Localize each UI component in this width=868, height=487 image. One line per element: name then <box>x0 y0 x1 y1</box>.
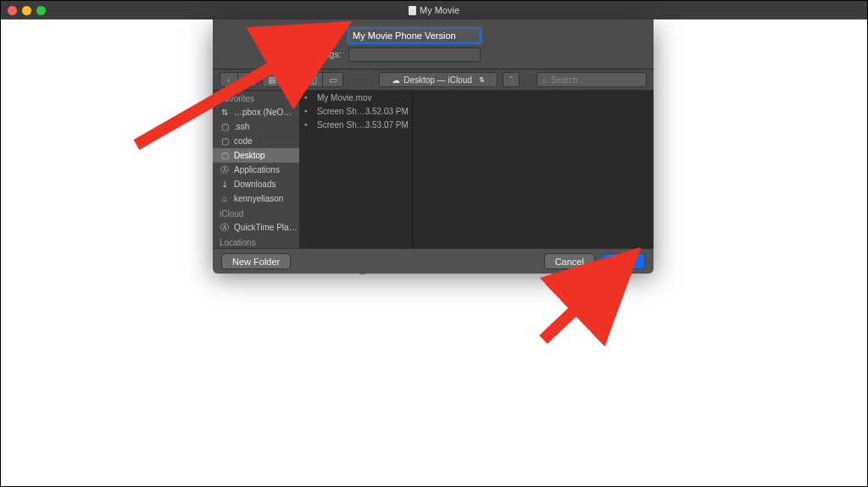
sidebar-item-label: Applications <box>234 165 280 174</box>
titlebar: My Movie <box>1 1 867 19</box>
view-mode-segment: ▦ ≡ ◫ ▭ <box>262 72 343 87</box>
file-icon: ▪ <box>304 93 313 102</box>
browser-toolbar: ‹ › ▦ ≡ ◫ ▭ ☁ Desktop — iCloud ⇅ ˄ ⌕ Sea… <box>213 69 654 91</box>
sidebar-item[interactable]: ▢.ssh <box>213 119 299 134</box>
chevron-updown-icon: ⇅ <box>479 76 485 84</box>
tags-label: Tags: <box>223 49 348 59</box>
window-title: My Movie <box>1 5 867 15</box>
file-row[interactable]: ▪Screen Sh…3.53.07 PM☁ <box>299 118 412 131</box>
search-placeholder: Search <box>551 75 578 85</box>
sidebar-item-label: Desktop <box>234 151 265 160</box>
sidebar-item[interactable]: ⤓Downloads <box>213 177 299 191</box>
forward-button[interactable]: › <box>238 72 257 87</box>
file-row[interactable]: ▪Screen Sh…3.52.03 PM <box>299 104 412 118</box>
file-row[interactable]: ▪My Movie.mov <box>299 91 412 104</box>
list-view-button[interactable]: ≡ <box>282 72 303 87</box>
app-window: My Movie doing incredible thing Export A… <box>0 0 868 487</box>
form-area: Export As: Tags: <box>213 19 654 69</box>
document-icon <box>409 6 416 15</box>
export-as-input[interactable] <box>348 28 481 43</box>
location-popup[interactable]: ☁ Desktop — iCloud ⇅ <box>379 72 498 87</box>
sidebar-item[interactable]: ⇅…pbox (NeO… <box>213 105 299 119</box>
folder-icon: Ⓐ <box>220 222 230 234</box>
sidebar-item[interactable]: ⒶQuickTime Pla… <box>213 220 299 235</box>
file-browser: Favorites⇅…pbox (NeO…▢.ssh▢code▢DesktopⒶ… <box>213 91 654 248</box>
file-icon: ▪ <box>304 120 313 129</box>
gallery-view-button[interactable]: ▭ <box>323 72 343 87</box>
sidebar-item-label: …pbox (NeO… <box>234 108 292 117</box>
cancel-button[interactable]: Cancel <box>544 253 595 269</box>
sidebar-item[interactable]: ▢code <box>213 134 299 148</box>
save-button[interactable]: Save <box>602 253 645 269</box>
sidebar-item[interactable]: ⌂kennyeliason <box>213 191 299 206</box>
folder-icon: ▢ <box>220 122 230 131</box>
sidebar-item-label: code <box>234 136 253 146</box>
tags-input[interactable] <box>348 47 481 62</box>
sidebar-group-label: Favorites <box>213 91 299 105</box>
sidebar-group-label: Locations <box>213 235 299 248</box>
location-label: Desktop — iCloud <box>403 75 472 85</box>
folder-icon: ⌂ <box>220 194 230 203</box>
file-icon: ▪ <box>304 107 313 115</box>
folder-icon: ▢ <box>220 151 230 160</box>
sidebar-item[interactable]: ▢Desktop <box>213 148 299 163</box>
icon-view-button[interactable]: ▦ <box>262 72 282 87</box>
sidebar-group-label: iCloud <box>213 206 299 220</box>
window-title-text: My Movie <box>420 5 459 15</box>
search-icon: ⌕ <box>542 75 548 85</box>
file-name: Screen Sh…3.52.03 PM <box>317 107 409 116</box>
folder-icon: Ⓐ <box>220 164 230 176</box>
file-column: ▪My Movie.mov▪Screen Sh…3.52.03 PM▪Scree… <box>299 91 413 248</box>
dialog-footer: New Folder Cancel Save <box>213 248 654 274</box>
sidebar-item-label: kennyeliason <box>234 194 283 203</box>
sidebar-item-label: .ssh <box>234 122 249 131</box>
search-field[interactable]: ⌕ Search <box>537 72 647 87</box>
save-dialog: Export As: Tags: ‹ › ▦ ≡ ◫ ▭ ☁ Deskt <box>213 19 654 268</box>
nav-buttons: ‹ › <box>220 72 257 87</box>
folder-icon: ⇅ <box>220 108 230 117</box>
column-view-button[interactable]: ◫ <box>303 72 323 87</box>
preview-column <box>413 91 654 248</box>
sidebar-item[interactable]: ⒶApplications <box>213 163 299 177</box>
cloud-icon: ☁ <box>392 75 400 85</box>
collapse-button[interactable]: ˄ <box>503 72 520 87</box>
file-name: My Movie.mov <box>317 93 371 102</box>
new-folder-button[interactable]: New Folder <box>221 253 291 269</box>
sidebar-item-label: QuickTime Pla… <box>234 223 298 232</box>
file-name: Screen Sh…3.53.07 PM <box>317 120 409 130</box>
back-button[interactable]: ‹ <box>220 72 238 87</box>
folder-icon: ▢ <box>220 136 230 146</box>
export-as-label: Export As: <box>223 30 348 41</box>
sidebar-item-label: Downloads <box>234 180 275 189</box>
folder-icon: ⤓ <box>220 180 230 189</box>
sidebar: Favorites⇅…pbox (NeO…▢.ssh▢code▢DesktopⒶ… <box>213 91 299 248</box>
